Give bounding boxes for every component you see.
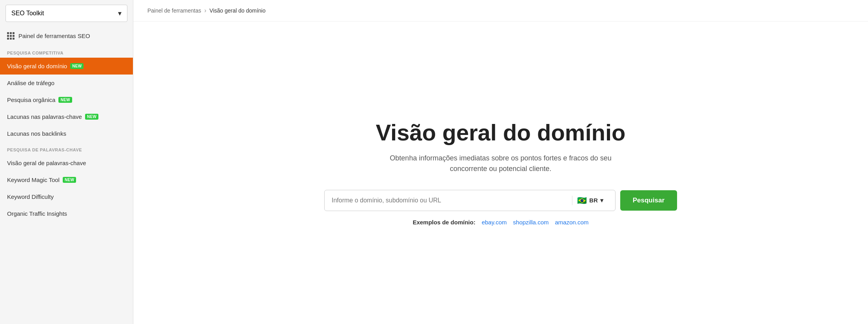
breadcrumb-current: Visão geral do domínio <box>209 7 265 14</box>
breadcrumb-parent[interactable]: Painel de ferramentas <box>147 7 201 14</box>
sidebar-item-visao-geral-dominio-label: Visão geral do domínio <box>7 63 67 69</box>
sidebar-item-visao-geral-dominio[interactable]: Visão geral do domínio NEW <box>0 58 133 75</box>
badge-new-pesquisa: NEW <box>58 97 72 103</box>
page-title: Visão geral do domínio <box>376 120 625 145</box>
flag-icon: 🇧🇷 <box>577 196 587 205</box>
section-label-competitive: PESQUISA COMPETITIVA <box>0 45 133 58</box>
example-link-ebay[interactable]: ebay.com <box>482 219 507 226</box>
sidebar-item-lacunas-backlinks-label: Lacunas nos backlinks <box>7 130 66 137</box>
search-input[interactable] <box>332 197 572 204</box>
country-selector[interactable]: 🇧🇷 BR ▾ <box>572 196 608 205</box>
sidebar-item-keyword-difficulty[interactable]: Keyword Difficulty <box>0 188 133 205</box>
grid-icon <box>7 32 15 40</box>
badge-new-visao: NEW <box>70 63 84 69</box>
badge-new-lacunas: NEW <box>85 114 98 120</box>
sidebar-item-keyword-magic-tool[interactable]: Keyword Magic Tool NEW <box>0 171 133 188</box>
section-label-keyword: PESQUISA DE PALAVRAS-CHAVE <box>0 142 133 155</box>
sidebar-item-keyword-magic-label: Keyword Magic Tool <box>7 177 60 183</box>
page-subtitle: Obtenha informações imediatas sobre os p… <box>379 153 622 174</box>
sidebar-item-keyword-difficulty-label: Keyword Difficulty <box>7 193 54 200</box>
examples-row: Exemplos de domínio: ebay.com shopzilla.… <box>413 219 589 226</box>
toolkit-dropdown[interactable]: SEO Toolkit ▾ <box>5 5 127 22</box>
sidebar-item-pesquisa-organica-label: Pesquisa orgânica <box>7 96 55 103</box>
content-area: Visão geral do domínio Obtenha informaçõ… <box>133 22 868 324</box>
breadcrumb-separator: › <box>204 7 206 14</box>
sidebar-main-item-label: Painel de ferramentas SEO <box>18 33 90 39</box>
sidebar-item-lacunas-backlinks[interactable]: Lacunas nos backlinks <box>0 125 133 142</box>
badge-new-magic: NEW <box>63 177 76 183</box>
country-chevron-icon: ▾ <box>600 197 603 204</box>
sidebar: SEO Toolkit ▾ Painel de ferramentas SEO … <box>0 0 133 324</box>
examples-label: Exemplos de domínio: <box>413 219 476 226</box>
sidebar-item-pesquisa-organica[interactable]: Pesquisa orgânica NEW <box>0 91 133 108</box>
toolkit-dropdown-label: SEO Toolkit <box>11 10 44 17</box>
sidebar-item-visao-geral-palavras[interactable]: Visão geral de palavras-chave <box>0 155 133 171</box>
sidebar-item-main-panel[interactable]: Painel de ferramentas SEO <box>0 27 133 45</box>
sidebar-item-lacunas-palavras-label: Lacunas nas palavras-chave <box>7 113 82 120</box>
sidebar-item-organic-traffic[interactable]: Organic Traffic Insights <box>0 205 133 222</box>
sidebar-item-analise-trafego-label: Análise de tráfego <box>7 80 54 86</box>
sidebar-item-organic-traffic-label: Organic Traffic Insights <box>7 210 67 217</box>
breadcrumb: Painel de ferramentas › Visão geral do d… <box>133 0 868 22</box>
sidebar-item-analise-trafego[interactable]: Análise de tráfego <box>0 75 133 91</box>
search-input-wrapper: 🇧🇷 BR ▾ <box>324 190 616 211</box>
search-row: 🇧🇷 BR ▾ Pesquisar <box>324 190 677 211</box>
search-button[interactable]: Pesquisar <box>620 190 677 211</box>
sidebar-item-visao-palavras-label: Visão geral de palavras-chave <box>7 160 86 166</box>
sidebar-item-lacunas-palavras-chave[interactable]: Lacunas nas palavras-chave NEW <box>0 108 133 125</box>
example-link-amazon[interactable]: amazon.com <box>555 219 588 226</box>
chevron-down-icon: ▾ <box>118 9 122 18</box>
main-content: Painel de ferramentas › Visão geral do d… <box>133 0 868 324</box>
country-code: BR <box>589 197 598 204</box>
example-link-shopzilla[interactable]: shopzilla.com <box>513 219 549 226</box>
